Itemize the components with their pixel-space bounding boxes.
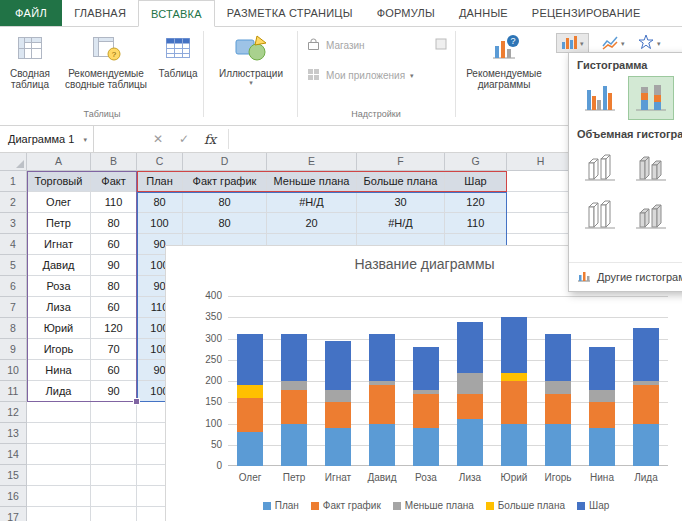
legend-item-5[interactable]: Шар [577,500,609,511]
bar-seg-7-5[interactable] [501,317,527,372]
cell-G1[interactable]: Шар [445,171,507,192]
cell-H3[interactable] [507,213,575,234]
cell-B16[interactable] [91,486,137,507]
name-box-dropdown-icon[interactable]: ▾ [83,136,87,143]
cell-E1[interactable]: Меньше плана [267,171,357,192]
legend-item-2[interactable]: Факт график [311,500,381,511]
cell-B17[interactable] [91,507,137,521]
bar-seg-8-2[interactable] [545,394,571,424]
cell-A15[interactable] [27,465,91,486]
cell-A2[interactable]: Олег [27,192,91,213]
row-header-15[interactable]: 15 [0,465,26,486]
cell-H2[interactable] [507,192,575,213]
row-header-11[interactable]: 11 [0,381,26,402]
cell-E3[interactable]: 20 [267,213,357,234]
cell-B3[interactable]: 80 [91,213,137,234]
bar-seg-10-3[interactable] [633,381,659,385]
gallery-item-3d-100-stacked-column[interactable] [577,193,623,237]
bar-seg-9-5[interactable] [589,347,615,390]
bar-seg-1-2[interactable] [237,398,263,432]
cell-A10[interactable]: Нина [27,360,91,381]
insert-column-chart-button[interactable]: ▾ [556,33,589,53]
bar-seg-4-2[interactable] [369,385,395,423]
cell-A13[interactable] [27,423,91,444]
row-header-12[interactable]: 12 [0,402,26,423]
gallery-item-3d-column[interactable] [628,193,674,237]
cell-B1[interactable]: Факт [91,171,137,192]
row-header-9[interactable]: 9 [0,339,26,360]
insert-function-button[interactable]: fx [198,126,222,152]
cell-C1[interactable]: План [137,171,183,192]
gallery-item-stacked-column[interactable] [628,76,674,120]
cell-A3[interactable]: Петр [27,213,91,234]
cell-B7[interactable]: 60 [91,297,137,318]
bar-seg-4-1[interactable] [369,424,395,467]
cell-D1[interactable]: Факт график [183,171,267,192]
enter-button[interactable]: ✓ [172,126,196,152]
more-histograms-item[interactable]: Другие гистограммы... [569,262,682,291]
bar-seg-2-1[interactable] [281,424,307,467]
bar-seg-9-1[interactable] [589,428,615,466]
bar-seg-5-5[interactable] [413,347,439,390]
range-fill-handle[interactable] [133,398,140,405]
row-header-10[interactable]: 10 [0,360,26,381]
bar-seg-9-2[interactable] [589,402,615,428]
cell-A7[interactable]: Лиза [27,297,91,318]
gallery-item-clustered-column[interactable] [577,76,623,120]
row-header-2[interactable]: 2 [0,192,26,213]
cell-D3[interactable]: 80 [183,213,267,234]
row-header-8[interactable]: 8 [0,318,26,339]
row-header-16[interactable]: 16 [0,486,26,507]
tab-file[interactable]: ФАЙЛ [0,0,62,26]
bar-seg-5-2[interactable] [413,394,439,428]
bar-seg-8-1[interactable] [545,424,571,467]
bar-seg-6-5[interactable] [457,322,483,373]
bar-seg-5-1[interactable] [413,428,439,466]
cell-B2[interactable]: 110 [91,192,137,213]
bar-seg-6-2[interactable] [457,394,483,420]
bar-seg-3-3[interactable] [325,390,351,403]
cell-D2[interactable]: 80 [183,192,267,213]
cell-B9[interactable]: 70 [91,339,137,360]
select-all-corner[interactable] [0,153,27,171]
legend-item-1[interactable]: План [263,500,299,511]
recommended-pivots-button[interactable]: ? Рекомендуемые сводные таблицы [58,30,154,110]
column-header-B[interactable]: B [91,153,137,170]
row-header-6[interactable]: 6 [0,276,26,297]
bar-seg-5-3[interactable] [413,390,439,394]
row-header-13[interactable]: 13 [0,423,26,444]
tab-1[interactable]: ГЛАВНАЯ [62,0,138,26]
row-header-3[interactable]: 3 [0,213,26,234]
bar-seg-7-2[interactable] [501,381,527,424]
cell-A16[interactable] [27,486,91,507]
name-box[interactable]: Диаграмма 1 ▾ [0,126,94,152]
cell-A11[interactable]: Лида [27,381,91,402]
bar-seg-4-3[interactable] [369,381,395,385]
cell-A8[interactable]: Юрий [27,318,91,339]
row-header-14[interactable]: 14 [0,444,26,465]
cell-A1[interactable]: Торговый [27,171,91,192]
tab-4[interactable]: ФОРМУЛЫ [365,0,447,26]
bar-seg-2-5[interactable] [281,334,307,381]
legend-item-4[interactable]: Больше плана [486,500,565,511]
cell-G2[interactable]: 120 [445,192,507,213]
cell-B14[interactable] [91,444,137,465]
cell-B5[interactable]: 90 [91,255,137,276]
bar-seg-8-3[interactable] [545,381,571,394]
column-header-E[interactable]: E [267,153,357,170]
illustrations-button[interactable]: Иллюстрации ▾ [207,30,295,110]
column-header-C[interactable]: C [137,153,183,170]
bar-seg-7-1[interactable] [501,424,527,467]
bar-seg-8-5[interactable] [545,334,571,381]
tab-3[interactable]: РАЗМЕТКА СТРАНИЦЫ [215,0,365,26]
tab-5[interactable]: ДАННЫЕ [447,0,520,26]
cell-A17[interactable] [27,507,91,521]
gallery-item-3d-stacked-column[interactable] [628,145,674,189]
cell-A12[interactable] [27,402,91,423]
my-apps-button[interactable]: Мои приложения ▾ [306,65,414,85]
bar-seg-6-3[interactable] [457,373,483,394]
row-header-1[interactable]: 1 [0,171,26,192]
cell-H1[interactable] [507,171,575,192]
cell-B13[interactable] [91,423,137,444]
bar-seg-3-2[interactable] [325,402,351,428]
